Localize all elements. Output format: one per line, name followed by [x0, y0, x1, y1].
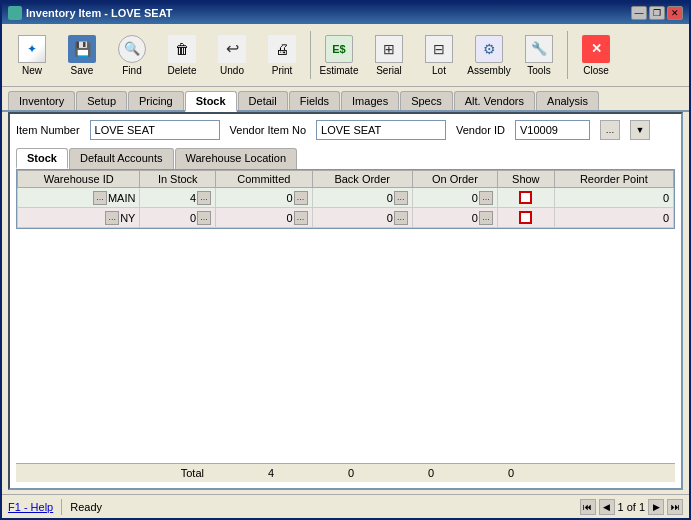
col-reorder-point: Reorder Point	[554, 171, 673, 188]
content-panel: Item Number Vendor Item No Vendor ID … ▼…	[8, 112, 683, 490]
on-order-value: 0	[472, 212, 478, 224]
delete-label: Delete	[168, 65, 197, 76]
toolbar: New Save Find Delete Undo Print Estimate	[2, 24, 689, 87]
on-order-cell: 0 …	[412, 208, 497, 228]
tab-images[interactable]: Images	[341, 91, 399, 110]
print-label: Print	[272, 65, 293, 76]
committed-value: 0	[286, 212, 292, 224]
show-checkbox[interactable]	[519, 191, 532, 204]
serial-button[interactable]: Serial	[365, 28, 413, 82]
col-show: Show	[497, 171, 554, 188]
show-checkbox[interactable]	[519, 211, 532, 224]
back-order-cell: 0 …	[312, 208, 412, 228]
col-in-stock: In Stock	[140, 171, 216, 188]
page-last-button[interactable]: ⏭	[667, 499, 683, 515]
vendor-item-no-input[interactable]	[316, 120, 446, 140]
restore-button[interactable]: ❐	[649, 6, 665, 20]
warehouse-nav-btn[interactable]: …	[93, 191, 107, 205]
tools-label: Tools	[527, 65, 550, 76]
in-stock-btn[interactable]: …	[197, 211, 211, 225]
content-spacer	[16, 229, 675, 463]
close-icon	[582, 35, 610, 63]
on-order-btn[interactable]: …	[479, 211, 493, 225]
back-order-value: 0	[387, 192, 393, 204]
tab-specs[interactable]: Specs	[400, 91, 453, 110]
status-separator	[61, 499, 62, 515]
estimate-icon	[325, 35, 353, 63]
assembly-icon	[475, 35, 503, 63]
sub-tab-warehouse-location[interactable]: Warehouse Location	[175, 148, 298, 169]
new-button[interactable]: New	[8, 28, 56, 82]
title-controls: — ❐ ✕	[631, 6, 683, 20]
show-cell	[497, 188, 554, 208]
on-order-btn[interactable]: …	[479, 191, 493, 205]
find-button[interactable]: Find	[108, 28, 156, 82]
committed-cell: 0 …	[216, 188, 312, 208]
tab-inventory[interactable]: Inventory	[8, 91, 75, 110]
assembly-button[interactable]: Assembly	[465, 28, 513, 82]
tab-stock[interactable]: Stock	[185, 91, 237, 112]
item-number-input[interactable]	[90, 120, 220, 140]
close-window-button[interactable]: ✕	[667, 6, 683, 20]
new-icon	[18, 35, 46, 63]
page-next-button[interactable]: ▶	[648, 499, 664, 515]
total-on-order: 0	[454, 467, 534, 479]
committed-btn[interactable]: …	[294, 191, 308, 205]
save-icon	[68, 35, 96, 63]
lot-button[interactable]: Lot	[415, 28, 463, 82]
page-first-button[interactable]: ⏮	[580, 499, 596, 515]
assembly-label: Assembly	[467, 65, 510, 76]
print-button[interactable]: Print	[258, 28, 306, 82]
in-stock-cell: 0 …	[140, 208, 216, 228]
separator-1	[310, 31, 311, 79]
back-order-btn[interactable]: …	[394, 191, 408, 205]
page-of: of	[627, 501, 636, 513]
on-order-cell: 0 …	[412, 188, 497, 208]
save-button[interactable]: Save	[58, 28, 106, 82]
vendor-id-label: Vendor ID	[456, 124, 505, 136]
tab-pricing[interactable]: Pricing	[128, 91, 184, 110]
back-order-cell: 0 …	[312, 188, 412, 208]
tab-detail[interactable]: Detail	[238, 91, 288, 110]
totals-row: Total 4 0 0 0	[16, 463, 675, 482]
estimate-button[interactable]: Estimate	[315, 28, 363, 82]
undo-label: Undo	[220, 65, 244, 76]
back-order-btn[interactable]: …	[394, 211, 408, 225]
form-row: Item Number Vendor Item No Vendor ID … ▼	[16, 120, 675, 140]
committed-btn[interactable]: …	[294, 211, 308, 225]
title-bar: Inventory Item - LOVE SEAT — ❐ ✕	[2, 2, 689, 24]
find-label: Find	[122, 65, 141, 76]
col-warehouse-id: Warehouse ID	[18, 171, 140, 188]
vendor-id-input[interactable]	[515, 120, 590, 140]
tab-setup[interactable]: Setup	[76, 91, 127, 110]
lot-icon	[425, 35, 453, 63]
sub-tab-default-accounts[interactable]: Default Accounts	[69, 148, 174, 169]
undo-icon	[218, 35, 246, 63]
separator-2	[567, 31, 568, 79]
tab-alt-vendors[interactable]: Alt. Vendors	[454, 91, 535, 110]
delete-button[interactable]: Delete	[158, 28, 206, 82]
in-stock-btn[interactable]: …	[197, 191, 211, 205]
warehouse-id-value: NY	[120, 212, 135, 224]
warehouse-nav-btn[interactable]: …	[105, 211, 119, 225]
reorder-point-value: 0	[663, 212, 669, 224]
minimize-button[interactable]: —	[631, 6, 647, 20]
tab-fields[interactable]: Fields	[289, 91, 340, 110]
lot-label: Lot	[432, 65, 446, 76]
pagination: ⏮ ◀ 1 of 1 ▶ ⏭	[580, 499, 683, 515]
main-window: Inventory Item - LOVE SEAT — ❐ ✕ New Sav…	[0, 0, 691, 520]
delete-icon	[168, 35, 196, 63]
page-current: 1	[618, 501, 624, 513]
tab-analysis[interactable]: Analysis	[536, 91, 599, 110]
help-link[interactable]: F1 - Help	[8, 501, 53, 513]
vendor-dropdown-button[interactable]: ▼	[630, 120, 650, 140]
col-committed: Committed	[216, 171, 312, 188]
vendor-browse-button[interactable]: …	[600, 120, 620, 140]
window-title: Inventory Item - LOVE SEAT	[26, 7, 173, 19]
page-prev-button[interactable]: ◀	[599, 499, 615, 515]
tools-button[interactable]: Tools	[515, 28, 563, 82]
close-button[interactable]: Close	[572, 28, 620, 82]
col-back-order: Back Order	[312, 171, 412, 188]
undo-button[interactable]: Undo	[208, 28, 256, 82]
sub-tab-stock[interactable]: Stock	[16, 148, 68, 169]
